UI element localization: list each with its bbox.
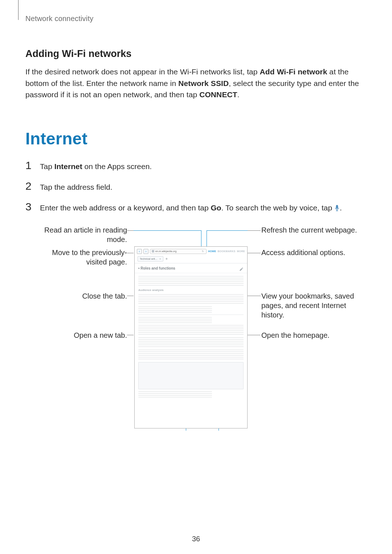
leader [248,253,261,253]
callout-new-tab: Open a new tab. [33,331,127,340]
callout-homepage: Open the homepage. [261,331,363,340]
browser-tab[interactable]: Technical writ… × [138,256,163,262]
article-header: • Roles and functions [135,263,247,273]
article-body: Audience analysis [135,273,247,402]
heading-adding-wifi: Adding Wi-Fi networks [25,48,367,59]
microphone-icon [334,205,340,212]
p1-t0: If the desired network does not appear i… [25,67,260,76]
tab-label: Technical writ… [140,258,158,260]
step-1: 1 Tap Internet on the Apps screen. [25,159,367,172]
step3-post: . To search the web by voice, tap [221,204,334,212]
paragraph-adding-wifi: If the desired network does not appear i… [25,66,367,100]
toolbar-bookmarks[interactable]: BOOKMARKS [217,250,235,253]
chevron-left-icon: ‹ [139,250,140,253]
step3-tail: . [340,204,342,212]
leader [127,253,134,253]
step1-post: on the Apps screen. [82,162,152,171]
chevron-right-icon: › [146,250,147,253]
leader [127,335,134,335]
callout-more-options: Access additional options. [261,248,363,257]
url-text: en.m.wikipedia.org [155,250,176,253]
step1-pre: Tap [40,162,54,171]
forward-button[interactable]: › [143,249,148,254]
back-button[interactable]: ‹ [137,249,142,254]
step-text: Tap Internet on the Apps screen. [40,161,152,172]
step-number: 2 [25,180,33,192]
step1-bold: Internet [54,162,82,171]
callout-reading-mode: Read an article in reading mode. [33,225,127,244]
step-text: Enter the web address or a keyword, and … [40,202,342,213]
favicon-icon [152,250,154,253]
leader [127,230,134,231]
steps-list: 1 Tap Internet on the Apps screen. 2 Tap… [25,159,367,214]
callout-line [134,230,201,231]
browser-screenshot: ‹ › en.m.wikipedia.org ↻ HOME BOOKMARKS … [134,246,248,428]
leader [248,335,261,335]
p1-b1: Network SSID [178,79,229,87]
toolbar-more[interactable]: MORE [237,250,245,253]
callout-prev-page: Move to the previously-visited page. [33,248,127,267]
tab-strip: Technical writ… × + [135,254,247,263]
step3-pre: Enter the web address or a keyword, and … [40,204,211,212]
leader [127,296,134,296]
breadcrumb: Network connectivity [25,15,367,23]
new-tab-button[interactable]: + [166,257,168,261]
callout-line [207,230,248,231]
page-number: 36 [0,535,392,543]
callout-refresh: Refresh the current webpage. [261,225,363,235]
p1-t3: . [237,90,240,99]
leader [248,296,261,296]
browser-figure: Read an article in reading mode. Move to… [25,222,367,436]
article-title-text: Roles and functions [140,266,175,270]
step-3: 3 Enter the web address or a keyword, an… [25,201,367,213]
step-number: 1 [25,159,33,172]
close-icon[interactable]: × [159,257,161,260]
callout-close-tab: Close the tab. [33,291,127,301]
p1-b2: CONNECT [199,90,237,99]
browser-toolbar: ‹ › en.m.wikipedia.org ↻ HOME BOOKMARKS … [135,247,247,254]
address-bar[interactable]: en.m.wikipedia.org ↻ [150,249,207,254]
article-title: • Roles and functions [138,266,175,270]
refresh-icon[interactable]: ↻ [201,250,205,253]
page-side-rule [18,0,19,20]
step3-bold: Go [211,204,221,212]
toolbar-home[interactable]: HOME [208,250,216,253]
step-number: 3 [25,201,33,213]
leader [248,230,261,231]
callout-bookmarks: View your bookmarks, saved pages, and re… [261,291,363,320]
heading-internet: Internet [25,129,367,148]
p1-b0: Add Wi-Fi network [260,67,327,76]
step-2: 2 Tap the address field. [25,180,367,193]
edit-icon[interactable] [239,266,244,271]
step-text: Tap the address field. [40,182,113,193]
